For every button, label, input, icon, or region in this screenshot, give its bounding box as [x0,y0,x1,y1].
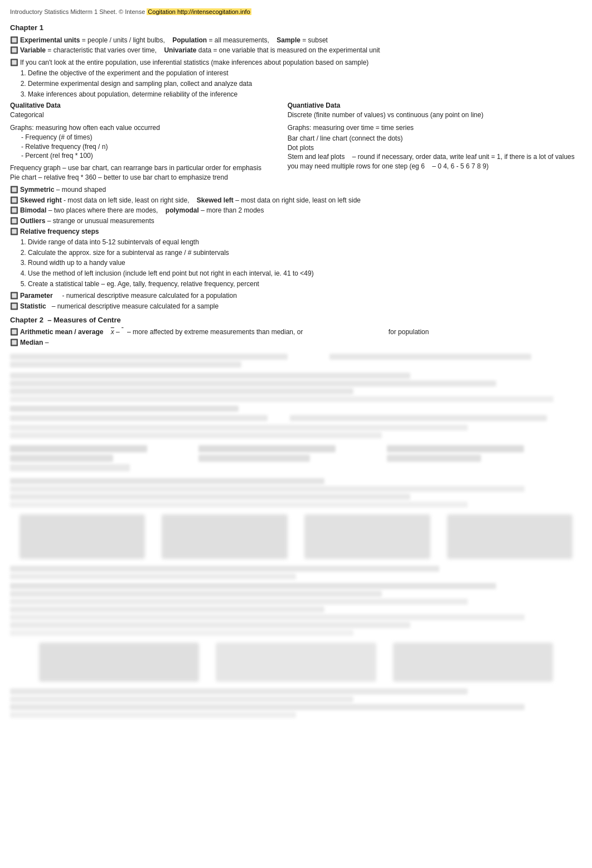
graphs-left-list: Frequency (# of times) Relative frequenc… [21,133,282,161]
chapter2-section: Chapter 2 – Measures of Centre 🔲 Arithme… [10,315,582,348]
bullet-sym-mean: 🔲 [10,327,20,337]
graph-left-item-1: Frequency (# of times) [21,133,282,142]
parameter-text: Parameter - numerical descriptive measur… [20,291,582,301]
bullet-relfreq: 🔲 Relative frequency steps [10,227,582,237]
statistic-text: Statistic – numerical descriptive measur… [20,302,582,311]
qualitative-label: Qualitative Data [10,101,282,110]
bullet-sym-stat: 🔲 [10,302,20,311]
arithmetic-mean-content: Arithmetic mean / average x – – more aff… [20,327,582,337]
bimodal-text: Bimodal – two places where there are mod… [20,206,582,215]
blurred-group-4 [10,478,582,508]
blurred-row-1 [10,352,582,369]
experimental-text: Experimental units = people / units / li… [20,36,582,45]
chapter2-title: Chapter 2 – Measures of Centre [10,315,582,325]
bullet-variable: 🔲 Variable = characteristic that varies … [10,46,582,55]
blurred-visual-blocks [10,514,582,559]
bullet-experimental: 🔲 Experimental units = people / units / … [10,36,582,45]
graph-left-item-2: Relative frequency (freq / n) [21,142,282,152]
median-text: Median – [20,338,582,348]
bullet-arithmetic-mean: 🔲 Arithmetic mean / average x – – more a… [10,327,582,337]
graphs-right-item-3: Stem and leaf plots – round if necessary… [288,152,582,171]
chapter2-title-text: Chapter 2 [10,316,43,324]
quantitative-label: Quantiative Data [288,101,582,110]
blurred-formula-row [10,443,582,474]
blurred-group-2 [10,373,582,402]
bullet-statistic: 🔲 Statistic – numerical descriptive meas… [10,302,582,311]
bullet-outliers: 🔲 Outliers – strange or unusual measurem… [10,216,582,226]
blurred-area [10,352,582,718]
relfreq-step-1: Divide range of data into 5-12 subinterv… [28,238,582,247]
graphs-right: Graphs: measuring over time = time serie… [288,123,582,182]
graphs-row: Graphs: measuring how often each value o… [10,123,582,182]
pie-chart-note: Pie chart – relative freq * 360 – better… [10,173,282,182]
inference-step-1: Define the objective of the experiment a… [28,69,582,78]
bullet-sym-skew: 🔲 [10,196,20,205]
relfreq-steps-list: Divide range of data into 5-12 subinterv… [28,238,582,289]
outliers-text: Outliers – strange or unusual measuremen… [20,216,582,226]
blurred-group-6 [10,583,582,636]
blurred-group-5 [10,566,582,580]
graph-left-item-3: Percent (rel freq * 100) [21,151,282,161]
relfreq-step-4: Use the method of left inclusion (includ… [28,269,582,278]
bullet-bimodal: 🔲 Bimodal – two places where there are m… [10,206,582,215]
shape-section: 🔲 Symmetric – mound shaped 🔲 Skewed righ… [10,185,582,289]
bullet-parameter: 🔲 Parameter - numerical descriptive meas… [10,291,582,301]
inference-steps-list: Define the objective of the experiment a… [28,69,582,99]
bullet-sym-rf: 🔲 [10,227,20,237]
discrete-note: Discrete (finite number of values) vs co… [288,110,582,120]
bullet-symmetric: 🔲 Symmetric – mound shaped [10,185,582,195]
bullet-sym-sym: 🔲 [10,185,20,195]
blurred-col-1b [329,352,582,369]
graphs-right-item-1: Bar chart / line chart (connect the dots… [288,134,582,143]
blurred-col-1a [10,352,318,369]
bullet-sym-bi: 🔲 [10,206,20,215]
graphs-right-item-2: Dot plots [288,143,582,153]
blurred-group-7 [10,688,582,718]
skewed-text: Skewed right - most data on left side, l… [20,196,582,205]
inference-intro-text: If you can't look at the entire populati… [20,58,582,67]
inference-step-3: Make inferences about population, determ… [28,90,582,99]
relfreq-text: Relative frequency steps [20,227,582,237]
bullet-sym-3: 🔲 [10,58,20,67]
variable-text: Variable = characteristic that varies ov… [20,46,582,55]
bullet-skewed: 🔲 Skewed right - most data on left side,… [10,196,582,205]
graphs-right-header: Graphs: measuring over time = time serie… [288,123,582,133]
bullet-sym-param: 🔲 [10,291,20,301]
data-types-row: Qualitative Data Categorical Quantiative… [10,101,582,120]
quantitative-col: Quantiative Data Discrete (finite number… [288,101,582,120]
header-text: Introductory Statistics Midterm 1 Sheet.… [10,8,147,15]
inference-step-2: Determine experimental design and sampli… [28,79,582,89]
graphs-left: Graphs: measuring how often each value o… [10,123,282,182]
bullet-sym-1: 🔲 [10,36,20,45]
relfreq-step-2: Calculate the approx. size for a subinte… [28,248,582,258]
bullet-inference: 🔲 If you can't look at the entire popula… [10,58,582,67]
graphs-left-header: Graphs: measuring how often each value o… [10,123,282,133]
chapter1-title: Chapter 1 [10,23,582,33]
blurred-group-3 [10,406,582,438]
qualitative-col: Qualitative Data Categorical [10,101,282,120]
bullet-sym-out: 🔲 [10,216,20,226]
bullet-sym-2: 🔲 [10,46,20,55]
symmetric-text: Symmetric – mound shaped [20,185,582,195]
header-highlight: Cogitation http://intensecogitation.info [147,8,251,15]
bullet-sym-median: 🔲 [10,338,20,348]
frequency-graph-note: Frequency graph – use bar chart, can rea… [10,163,282,173]
chapter2-subtitle: – Measures of Centre [47,316,121,324]
categorical-label: Categorical [10,110,282,120]
relfreq-step-3: Round width up to a handy value [28,258,582,268]
chapter1-section: Chapter 1 🔲 Experimental units = people … [10,23,582,311]
bullet-median: 🔲 Median – [10,338,582,348]
blurred-big-blocks [10,643,582,682]
relfreq-step-5: Create a statistical table – eg. Age, ta… [28,279,582,289]
page-header: Introductory Statistics Midterm 1 Sheet.… [10,6,582,18]
